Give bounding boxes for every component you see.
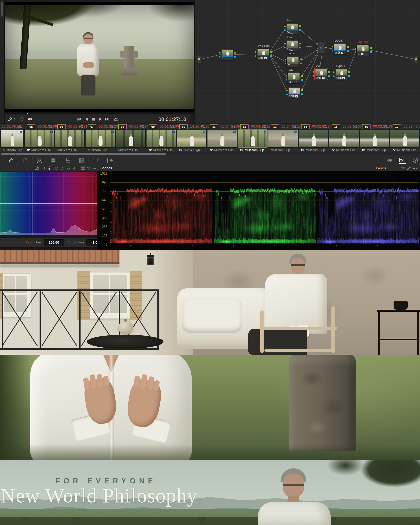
clip-name[interactable]: fxMulticam Clip — [210, 148, 237, 152]
eyedropper-icon[interactable] — [8, 117, 13, 121]
clip-number-chip[interactable]: 14 — [301, 124, 310, 129]
clip-track-label: V2 — [48, 124, 53, 129]
source-node[interactable] — [197, 56, 201, 63]
sizing-icon[interactable] — [93, 158, 99, 163]
play-icon[interactable] — [98, 117, 103, 121]
clip-thumbnail[interactable] — [116, 130, 145, 147]
clip-name[interactable]: Multicam Clip — [3, 148, 23, 152]
play-reverse-icon[interactable] — [84, 117, 89, 121]
key-matte-icon[interactable] — [79, 158, 85, 163]
corrector-node-09[interactable]: 09v — [315, 68, 327, 80]
clip-number-chip[interactable]: 08 — [118, 124, 127, 129]
corrector-node-04[interactable]: 04 — [286, 23, 299, 34]
clip-name[interactable]: fxMulticam Clip — [27, 148, 54, 152]
corrector-node-06[interactable]: 06 — [286, 56, 299, 67]
stop-icon[interactable] — [92, 117, 96, 121]
hue-sat-circle-icon[interactable] — [48, 166, 52, 170]
corrector-node-03[interactable]: 03 — [286, 40, 299, 51]
clip-thumbnail[interactable] — [329, 130, 359, 147]
clip-thumbnail[interactable] — [177, 130, 206, 147]
speaker-icon[interactable] — [27, 117, 32, 121]
clip-thumbnail[interactable] — [207, 130, 237, 147]
clip-thumbnail[interactable] — [25, 130, 54, 147]
blur-icon[interactable] — [65, 158, 71, 163]
clip-thumbnail[interactable] — [85, 130, 115, 147]
chevron-down-icon[interactable] — [14, 118, 19, 122]
scopes-toggle-icon[interactable] — [399, 158, 405, 163]
clip-name[interactable]: fxMulticam Clip — [392, 148, 419, 152]
left-scrollbar[interactable] — [0, 0, 5, 123]
qualifier-picker-icon[interactable] — [8, 158, 14, 163]
clip-number-chip[interactable]: 10 — [179, 124, 188, 129]
loop-icon[interactable] — [114, 117, 119, 121]
clip-number-chip[interactable]: 05 — [27, 124, 35, 129]
scope-expand-icon[interactable] — [407, 166, 411, 170]
skip-forward-icon[interactable] — [105, 117, 110, 121]
clip-thumbnail[interactable] — [147, 130, 176, 147]
output-node[interactable] — [414, 56, 419, 63]
clip-number-chip[interactable]: 06 — [57, 124, 66, 129]
scope-more-icon[interactable]: ••• — [413, 167, 417, 171]
input-hue-field[interactable]: 256.00 — [44, 239, 64, 246]
node-graph-panel[interactable]: ≡ 0102vWB + pri...04hue03lum06color05sat… — [194, 0, 420, 123]
clip-number-chip[interactable]: 12 — [240, 124, 249, 129]
3d-icon[interactable]: 3D — [107, 158, 115, 163]
curve-icon — [290, 31, 293, 34]
clip-thumbnail[interactable] — [0, 130, 23, 147]
chroma-circle-icon[interactable] — [54, 166, 58, 170]
sat-droplet-icon[interactable] — [67, 166, 71, 170]
corrector-node-11[interactable]: 11v — [333, 43, 346, 55]
node-label: color — [288, 51, 294, 55]
skip-back-icon[interactable] — [77, 117, 82, 121]
corrector-node-02[interactable]: 02v — [257, 48, 270, 60]
scrollbar-handle[interactable] — [1, 2, 3, 17]
clip-thumbnail[interactable] — [238, 130, 267, 147]
clip-number-chip[interactable]: 17 — [392, 124, 401, 129]
clip-name[interactable]: Multicam Clip — [271, 148, 298, 152]
clip-thumbnail[interactable] — [299, 130, 328, 147]
clip-number-chip[interactable]: 16 — [362, 124, 371, 129]
clip-name[interactable]: fxMulticam Clip — [332, 148, 358, 152]
clip-name[interactable]: fxMulticam Clip — [362, 148, 389, 152]
clip-name[interactable]: fxMulticam Clip — [240, 148, 267, 152]
luma-sun-icon[interactable] — [61, 166, 65, 170]
clip-name[interactable]: fxMulticam Clip — [301, 148, 328, 152]
corrector-node-10[interactable]: 10v — [335, 69, 348, 80]
clip-name[interactable]: Multicam Clip — [118, 148, 145, 152]
clip-name[interactable]: fxH.264 High L5.1 — [179, 148, 206, 152]
layer-mixer-node[interactable]: ≡ — [318, 42, 325, 54]
split-compare-icon[interactable] — [386, 158, 392, 163]
rgb-output-port — [347, 46, 349, 48]
warper-more-icon[interactable]: ••• — [93, 167, 97, 171]
corrector-node-12[interactable]: 12fx — [356, 45, 369, 56]
sat-droplet-filled-icon[interactable] — [73, 166, 77, 170]
corrector-node-05[interactable]: 05 — [287, 72, 300, 84]
clip-thumbnail[interactable] — [268, 130, 298, 147]
clip-number-chip[interactable]: 11 — [210, 124, 218, 129]
patch-replacer-icon[interactable] — [50, 158, 56, 163]
tracker-icon[interactable] — [37, 158, 43, 163]
warp-grid-icon[interactable] — [35, 166, 39, 170]
clip-number-chip[interactable]: 13 — [271, 124, 279, 129]
corrector-node-07[interactable]: 07v — [288, 87, 301, 98]
clip-thumbnail[interactable] — [55, 130, 84, 147]
hue-circle-icon[interactable] — [41, 166, 46, 170]
clip-name[interactable]: Multicam Clip — [88, 148, 115, 152]
clip-number-chip[interactable]: 07 — [88, 124, 96, 129]
power-window-icon[interactable] — [22, 158, 28, 163]
corrector-node-01[interactable]: 01 — [221, 49, 234, 60]
scope-settings-icon[interactable] — [401, 166, 405, 170]
hue-saturation-map[interactable] — [0, 172, 97, 235]
parade-dropdown[interactable]: Parade⌄ — [376, 167, 390, 170]
clip-thumbnail[interactable] — [390, 130, 420, 147]
clip-number-chip[interactable]: 15 — [332, 124, 340, 129]
clip-name[interactable]: fxMulticam Clip — [149, 148, 176, 152]
viewer-stage[interactable] — [5, 2, 194, 112]
clip-thumbnail[interactable] — [360, 130, 389, 147]
info-icon[interactable] — [412, 158, 419, 163]
reset-history-icon[interactable] — [87, 166, 91, 170]
clip-name[interactable]: Multicam Clip — [57, 148, 84, 152]
clip-number-chip[interactable]: 09 — [149, 124, 157, 129]
layers-icon[interactable] — [19, 117, 24, 121]
expand-panel-icon[interactable] — [81, 166, 85, 170]
